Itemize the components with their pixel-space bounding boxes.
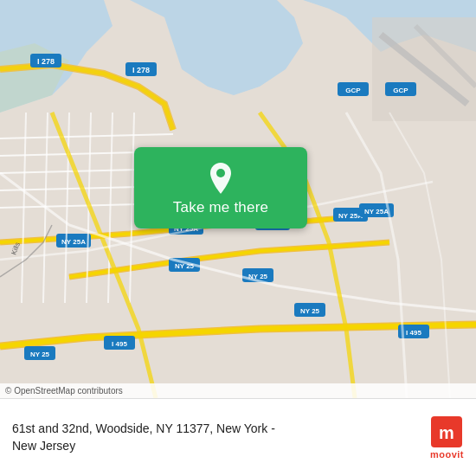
take-me-there-button[interactable]: Take me there bbox=[134, 147, 307, 228]
moovit-logo: m moovit bbox=[430, 416, 464, 460]
footer-address: 61st and 32nd, Woodside, NY 11377, New Y… bbox=[12, 421, 421, 454]
moovit-text: moovit bbox=[430, 449, 464, 460]
svg-point-46 bbox=[216, 169, 225, 177]
map-container: I 278 I 278 GCP GCP NY 25A NY 25A NY 25A… bbox=[0, 0, 476, 398]
svg-text:NY 25A: NY 25A bbox=[338, 212, 363, 220]
svg-text:NY 25: NY 25 bbox=[300, 307, 320, 315]
svg-text:I 495: I 495 bbox=[406, 329, 421, 337]
footer: 61st and 32nd, Woodside, NY 11377, New Y… bbox=[0, 398, 476, 476]
svg-text:NY 25A: NY 25A bbox=[61, 238, 86, 246]
svg-text:NY 25A: NY 25A bbox=[364, 208, 389, 215]
take-me-there-label: Take me there bbox=[173, 199, 268, 216]
svg-text:I 278: I 278 bbox=[132, 66, 150, 74]
svg-text:I 495: I 495 bbox=[112, 340, 127, 348]
svg-text:NY 25: NY 25 bbox=[30, 351, 50, 358]
svg-text:GCP: GCP bbox=[393, 87, 408, 94]
moovit-icon: m bbox=[431, 416, 462, 447]
svg-text:GCP: GCP bbox=[345, 87, 361, 94]
svg-text:I 278: I 278 bbox=[37, 57, 55, 66]
attribution-bar: © OpenStreetMap contributors bbox=[0, 383, 476, 398]
location-pin-icon bbox=[205, 163, 236, 194]
svg-text:m: m bbox=[440, 423, 455, 442]
address-text: 61st and 32nd, Woodside, NY 11377, New Y… bbox=[12, 421, 421, 454]
attribution-text: © OpenStreetMap contributors bbox=[5, 386, 123, 396]
